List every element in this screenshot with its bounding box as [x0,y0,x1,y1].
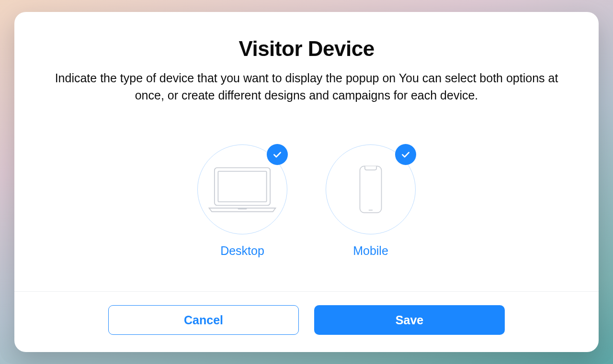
laptop-icon [206,165,278,214]
check-badge-desktop [267,144,288,165]
option-desktop-circle [197,144,287,234]
phone-icon [358,165,383,214]
svg-rect-3 [238,208,247,210]
cancel-button[interactable]: Cancel [108,305,299,335]
option-mobile[interactable]: Mobile [326,144,416,258]
svg-rect-4 [360,166,381,213]
svg-rect-1 [218,171,266,202]
option-mobile-circle [326,144,416,234]
save-button[interactable]: Save [314,305,505,335]
check-badge-mobile [395,144,416,165]
modal-header: Visitor Device Indicate the type of devi… [14,37,599,104]
modal-title: Visitor Device [53,37,560,61]
check-icon [272,150,282,159]
visitor-device-modal: Visitor Device Indicate the type of devi… [14,12,599,353]
option-desktop-label: Desktop [220,244,264,258]
check-icon [401,150,410,159]
modal-description: Indicate the type of device that you wan… [53,69,560,104]
option-mobile-label: Mobile [353,244,388,258]
option-desktop[interactable]: Desktop [197,144,287,258]
device-options: Desktop Mobile [14,144,599,258]
modal-footer: Cancel Save [14,292,599,352]
